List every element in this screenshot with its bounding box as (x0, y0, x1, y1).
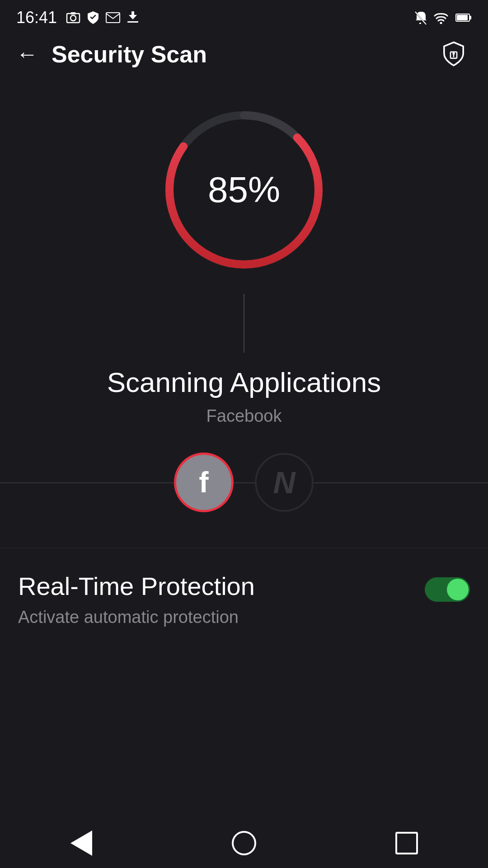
svg-rect-4 (127, 21, 138, 23)
realtime-subtitle: Activate automatic protection (18, 608, 425, 627)
gmail-icon (106, 12, 120, 23)
netflix-app-icon-wrapper: N (255, 453, 314, 512)
page-title: Security Scan (52, 41, 436, 68)
realtime-protection-toggle[interactable] (425, 577, 470, 602)
connector-line (244, 294, 244, 353)
nav-recent-icon (395, 832, 418, 854)
svg-rect-2 (71, 12, 75, 14)
svg-rect-12 (469, 16, 471, 19)
download-icon (127, 10, 139, 25)
photo-icon (66, 11, 80, 24)
app-icons-line (0, 482, 488, 483)
svg-point-10 (440, 22, 442, 24)
progress-ring-container: 85% (158, 104, 330, 276)
nav-back-icon (70, 830, 92, 856)
netflix-letter: N (273, 465, 295, 500)
facebook-letter: f (199, 466, 208, 499)
svg-point-1 (70, 15, 76, 21)
bell-mute-icon (414, 10, 427, 25)
app-icons-row: f N (0, 453, 488, 512)
svg-rect-13 (457, 15, 468, 20)
status-time: 16:41 (16, 8, 57, 27)
status-shield-icon (87, 10, 99, 25)
back-arrow-icon: ← (16, 43, 38, 65)
svg-rect-6 (131, 11, 134, 17)
progress-area: 85% Scanning Applications Facebook f N (0, 77, 488, 512)
back-button[interactable]: ← (16, 43, 38, 65)
nav-recent-button[interactable] (380, 825, 434, 861)
status-bar: 16:41 (0, 0, 488, 32)
facebook-app-icon: f (174, 453, 233, 512)
netflix-app-icon: N (255, 453, 314, 512)
realtime-text: Real-Time Protection Activate automatic … (18, 571, 425, 627)
bottom-nav (0, 818, 488, 868)
nav-home-button[interactable] (217, 825, 271, 861)
wifi-icon (433, 11, 449, 24)
nav-home-icon (232, 831, 256, 855)
battery-icon (455, 13, 472, 23)
progress-percentage: 85% (208, 169, 280, 211)
scanning-title: Scanning Applications (107, 366, 381, 398)
realtime-title: Real-Time Protection (18, 571, 425, 601)
realtime-section: Real-Time Protection Activate automatic … (0, 548, 488, 645)
nav-back-button[interactable] (54, 825, 108, 861)
svg-rect-7 (419, 23, 421, 24)
scanning-current-app: Facebook (206, 406, 282, 426)
svg-rect-3 (106, 13, 120, 23)
facebook-app-icon-wrapper: f (174, 453, 233, 512)
shield-lock-button[interactable] (436, 36, 472, 72)
toggle-container[interactable] (425, 577, 470, 602)
toggle-knob (447, 579, 469, 600)
top-bar: ← Security Scan (0, 32, 488, 77)
